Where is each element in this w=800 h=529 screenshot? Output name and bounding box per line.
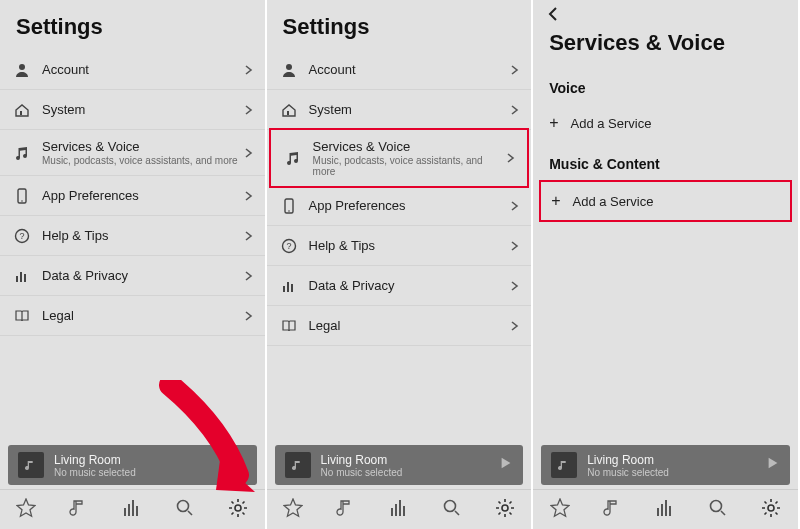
now-playing-status: No music selected [587, 467, 766, 478]
home-icon [279, 102, 299, 118]
tab-settings[interactable] [761, 498, 781, 522]
row-account[interactable]: Account [267, 50, 532, 90]
tab-music[interactable] [336, 498, 356, 522]
home-icon [12, 102, 32, 118]
settings-pane-2: Settings Account System Services & Voice… [267, 0, 534, 529]
tab-settings[interactable] [495, 498, 515, 522]
chevron-right-icon [243, 187, 253, 205]
row-system[interactable]: System [267, 90, 532, 130]
now-playing-bar[interactable]: Living Room No music selected [8, 445, 257, 485]
row-label: App Preferences [42, 188, 243, 203]
row-legal[interactable]: Legal [0, 296, 265, 336]
chevron-right-icon [243, 227, 253, 245]
chevron-right-icon [509, 101, 519, 119]
now-playing-room: Living Room [321, 453, 500, 467]
tab-bar [267, 489, 532, 529]
tab-rooms[interactable] [389, 498, 409, 522]
chevron-right-icon [509, 277, 519, 295]
person-icon [279, 62, 299, 78]
chevron-right-icon [505, 149, 515, 167]
add-voice-service-button[interactable]: + Add a Service [533, 104, 798, 142]
services-list: Voice + Add a Service Music & Content + … [533, 66, 798, 445]
section-header-music: Music & Content [533, 142, 798, 180]
tab-search[interactable] [175, 498, 195, 522]
tab-settings[interactable] [228, 498, 248, 522]
tab-search[interactable] [442, 498, 462, 522]
book-icon [279, 318, 299, 334]
row-label: Legal [42, 308, 243, 323]
row-label: Data & Privacy [309, 278, 510, 293]
row-help-tips[interactable]: Help & Tips [0, 216, 265, 256]
tab-favorites[interactable] [283, 498, 303, 522]
row-data-privacy[interactable]: Data & Privacy [267, 266, 532, 306]
page-title: Settings [267, 0, 532, 50]
row-services-voice[interactable]: Services & Voice Music, podcasts, voice … [269, 128, 530, 188]
row-subtitle: Music, podcasts, voice assistants, and m… [313, 155, 506, 177]
plus-icon: + [551, 192, 560, 210]
row-account[interactable]: Account [0, 50, 265, 90]
phone-icon [279, 198, 299, 214]
tab-favorites[interactable] [550, 498, 570, 522]
row-label: System [42, 102, 243, 117]
settings-pane-1: Settings Account System Services & Voice… [0, 0, 267, 529]
now-playing-bar[interactable]: Living Room No music selected [541, 445, 790, 485]
row-system[interactable]: System [0, 90, 265, 130]
tab-favorites[interactable] [16, 498, 36, 522]
tab-rooms[interactable] [122, 498, 142, 522]
row-services-voice[interactable]: Services & Voice Music, podcasts, voice … [0, 130, 265, 176]
row-help-tips[interactable]: Help & Tips [267, 226, 532, 266]
tab-rooms[interactable] [655, 498, 675, 522]
album-art-icon [551, 452, 577, 478]
add-music-service-button[interactable]: + Add a Service [539, 180, 792, 222]
row-label: Services & Voice [313, 139, 506, 154]
tab-music[interactable] [603, 498, 623, 522]
music-icon [283, 150, 303, 166]
services-voice-pane: Services & Voice Voice + Add a Service M… [533, 0, 800, 529]
chevron-right-icon [243, 267, 253, 285]
add-label: Add a Service [573, 194, 654, 209]
book-icon [12, 308, 32, 324]
row-subtitle: Music, podcasts, voice assistants, and m… [42, 155, 243, 166]
add-label: Add a Service [571, 116, 652, 131]
chevron-right-icon [509, 237, 519, 255]
now-playing-room: Living Room [587, 453, 766, 467]
person-icon [12, 62, 32, 78]
chevron-right-icon [243, 144, 253, 162]
row-label: App Preferences [309, 198, 510, 213]
tab-bar [533, 489, 798, 529]
now-playing-room: Living Room [54, 453, 233, 467]
tab-bar [0, 489, 265, 529]
row-legal[interactable]: Legal [267, 306, 532, 346]
row-label: System [309, 102, 510, 117]
chevron-right-icon [243, 101, 253, 119]
now-playing-bar[interactable]: Living Room No music selected [275, 445, 524, 485]
back-button[interactable] [533, 0, 798, 28]
row-data-privacy[interactable]: Data & Privacy [0, 256, 265, 296]
music-icon [12, 145, 32, 161]
play-icon[interactable] [233, 456, 247, 474]
now-playing-status: No music selected [54, 467, 233, 478]
row-label: Services & Voice [42, 139, 243, 154]
help-icon [12, 228, 32, 244]
chevron-right-icon [243, 307, 253, 325]
row-app-preferences[interactable]: App Preferences [267, 186, 532, 226]
album-art-icon [18, 452, 44, 478]
play-icon[interactable] [766, 456, 780, 474]
row-label: Help & Tips [42, 228, 243, 243]
chevron-right-icon [509, 61, 519, 79]
tab-music[interactable] [69, 498, 89, 522]
row-app-preferences[interactable]: App Preferences [0, 176, 265, 216]
chevron-right-icon [509, 197, 519, 215]
row-label: Help & Tips [309, 238, 510, 253]
album-art-icon [285, 452, 311, 478]
page-title: Services & Voice [533, 28, 798, 66]
row-label: Account [309, 62, 510, 77]
page-title: Settings [0, 0, 265, 50]
tab-search[interactable] [708, 498, 728, 522]
row-label: Legal [309, 318, 510, 333]
now-playing-status: No music selected [321, 467, 500, 478]
play-icon[interactable] [499, 456, 513, 474]
section-header-voice: Voice [533, 66, 798, 104]
chevron-right-icon [243, 61, 253, 79]
bars-icon [12, 268, 32, 284]
